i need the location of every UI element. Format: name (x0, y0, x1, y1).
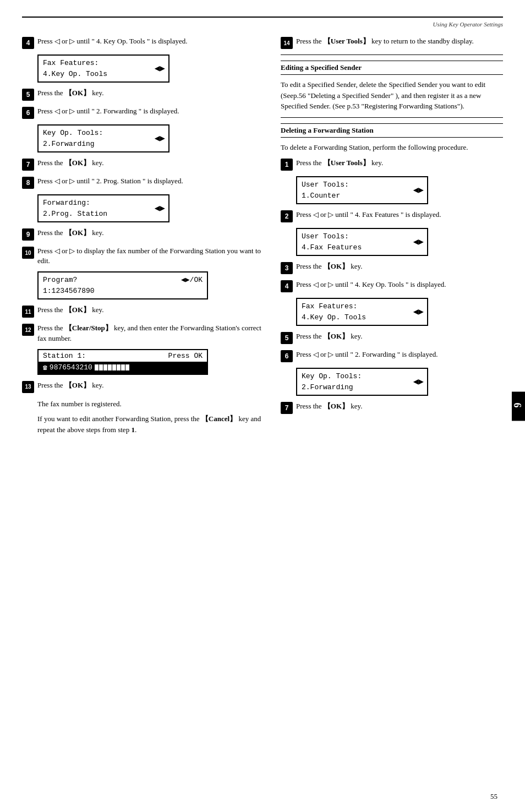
step-9-text: Press the 【OK】 key. (37, 228, 264, 238)
step-13: 13 Press the 【OK】 key. (22, 380, 264, 393)
right-step-3: 3 Press the 【OK】 key. (281, 261, 503, 274)
step-4-number: 4 (22, 37, 34, 49)
lcd-arrow-r1: ◀▶ (413, 184, 424, 197)
right-step-3-number: 3 (281, 262, 293, 274)
step-6-text: Press ◁ or ▷ until " 2. Forwarding " is … (37, 106, 264, 116)
right-step-3-text: Press the 【OK】 key. (296, 261, 503, 271)
step-7-number: 7 (22, 159, 34, 171)
section-deleting-heading: Deleting a Forwarding Station (281, 123, 503, 138)
top-rule (22, 17, 503, 18)
left-circle-icon2: ◁ (54, 107, 60, 115)
lcd-12-line1-right: Press OK (168, 352, 203, 360)
page-number: 55 (490, 792, 497, 801)
step-6-number: 6 (22, 107, 34, 119)
right-step-5: 5 Press the 【OK】 key. (281, 331, 503, 344)
lcd-10: Program? ◀▶/OK 1:1234567890 (37, 271, 208, 299)
step-14-number: 14 (281, 37, 293, 49)
right-step-1-text: Press the 【User Tools】 key. (296, 158, 503, 168)
step-11-text: Press the 【OK】 key. (37, 305, 264, 315)
step-10-number: 10 (22, 247, 34, 259)
left-circle-icon: ◁ (54, 37, 60, 45)
step-5-number: 5 (22, 89, 34, 101)
lcd-r6: Key Op. Tools:2.Forwarding ◀▶ (296, 368, 428, 396)
lcd-arrow: ◀▶ (155, 62, 165, 75)
right-step-7-number: 7 (281, 402, 293, 414)
section-editing-text: To edit a Specified Sender, delete the S… (281, 79, 503, 112)
right-step-6-text: Press ◁ or ▷ until " 2. Forwarding " is … (296, 350, 503, 359)
lcd-12-number: 9876543210 (50, 363, 92, 372)
lcd-12-line1-left: Station 1: (43, 352, 86, 360)
right-step-1: 1 Press the 【User Tools】 key. (281, 158, 503, 171)
progress-blocks (95, 364, 129, 370)
right-step-7-text: Press the 【OK】 key. (296, 401, 503, 411)
right-step-2-number: 2 (281, 210, 293, 222)
lcd-r4: Fax Features:4.Key Op. Tools ◀▶ (296, 298, 428, 326)
step-5: 5 Press the 【OK】 key. (22, 88, 264, 101)
right-column: 14 Press the 【User Tools】 key to return … (281, 36, 503, 439)
left-circle-icon3: ◁ (54, 177, 60, 185)
right-step-4-text: Press ◁ or ▷ until " 4. Key Op. Tools " … (296, 280, 503, 290)
lcd-arrow-r6: ◀▶ (413, 375, 424, 389)
step-14: 14 Press the 【User Tools】 key to return … (281, 36, 503, 49)
section-deleting-intro: To delete a Forwarding Station, perform … (281, 142, 503, 153)
lcd-arrow-r4: ◀▶ (413, 306, 424, 319)
step-4-text: Press ◁ or ▷ until " 4. Key Op. Tools " … (37, 36, 264, 46)
step-9-number: 9 (22, 228, 34, 241)
lcd-r2: User Tools:4.Fax Features ◀▶ (296, 228, 428, 256)
step-6: 6 Press ◁ or ▷ until " 2. Forwarding " i… (22, 106, 264, 119)
step-4: 4 Press ◁ or ▷ until " 4. Key Op. Tools … (22, 36, 264, 49)
lcd-arrow-8: ◀▶ (155, 202, 165, 215)
right-step-1-number: 1 (281, 159, 293, 171)
step-12: 12 Press the 【Clear/Stop】 key, and then … (22, 323, 264, 343)
lcd-6: Key Op. Tools:2.Forwarding ◀▶ (37, 124, 169, 152)
right-circle-icon2: ▷ (69, 107, 75, 115)
step-7: 7 Press the 【OK】 key. (22, 158, 264, 171)
page-header: Using Key Operator Settings (22, 21, 503, 28)
right-circle-icon: ▷ (69, 37, 75, 45)
phone-icon: ☎ (43, 363, 47, 372)
step-9: 9 Press the 【OK】 key. (22, 228, 264, 241)
step-10: 10 Press ◁ or ▷ to display the fax numbe… (22, 246, 264, 266)
step-7-text: Press the 【OK】 key. (37, 158, 264, 168)
right-circle-icon4: ▷ (69, 247, 75, 255)
left-circle-r2: ◁ (313, 210, 319, 219)
lcd-8: Forwarding:2.Prog. Station ◀▶ (37, 194, 169, 222)
step-11-number: 11 (22, 306, 34, 318)
right-step-5-number: 5 (281, 332, 293, 344)
right-circle-r6: ▷ (328, 350, 333, 358)
step-10-text: Press ◁ or ▷ to display the fax number o… (37, 246, 264, 266)
step-5-text: Press the 【OK】 key. (37, 88, 264, 98)
right-circle-r4: ▷ (328, 280, 333, 288)
header-text: Using Key Operator Settings (433, 21, 503, 28)
lcd-12: Station 1: Press OK ☎ 9876543210 (37, 349, 208, 375)
right-step-4-number: 4 (281, 280, 293, 292)
right-circle-icon3: ▷ (69, 177, 75, 185)
lcd-10-line1-right: ◀▶/OK (181, 275, 203, 286)
lcd-r1: User Tools:1.Counter ◀▶ (296, 176, 428, 204)
lcd-10-line1-left: Program? (43, 275, 77, 286)
step-8-number: 8 (22, 177, 34, 189)
lcd-4: Fax Features:4.Key Op. Tools ◀▶ (37, 55, 169, 83)
step-14-text: Press the 【User Tools】 key to return to … (296, 36, 503, 46)
right-step-5-text: Press the 【OK】 key. (296, 331, 503, 341)
step-8: 8 Press ◁ or ▷ until " 2. Prog. Station … (22, 176, 264, 189)
step-8-text: Press ◁ or ▷ until " 2. Prog. Station " … (37, 176, 264, 186)
right-step-7: 7 Press the 【OK】 key. (281, 401, 503, 414)
left-column: 4 Press ◁ or ▷ until " 4. Key Op. Tools … (22, 36, 264, 439)
right-step-2: 2 Press ◁ or ▷ until " 4. Fax Features "… (281, 210, 503, 222)
step-12-text: Press the 【Clear/Stop】 key, and then ent… (37, 323, 264, 343)
divider-2 (281, 117, 503, 118)
section-editing-heading: Editing a Specified Sender (281, 61, 503, 75)
right-step-6: 6 Press ◁ or ▷ until " 2. Forwarding " i… (281, 350, 503, 362)
step-12-number: 12 (22, 324, 34, 336)
lcd-10-line2: 1:1234567890 (43, 287, 95, 295)
step-13-text: Press the 【OK】 key. (37, 380, 264, 390)
left-circle-icon4: ◁ (54, 247, 60, 255)
right-step-6-number: 6 (281, 350, 293, 362)
step-13-number: 13 (22, 381, 34, 393)
left-circle-r6: ◁ (313, 350, 319, 358)
lcd-arrow-6: ◀▶ (155, 132, 165, 145)
right-step-4: 4 Press ◁ or ▷ until " 4. Key Op. Tools … (281, 280, 503, 292)
lcd-arrow-r2: ◀▶ (413, 236, 424, 249)
continued-text-1: The fax number is registered. (37, 399, 264, 410)
